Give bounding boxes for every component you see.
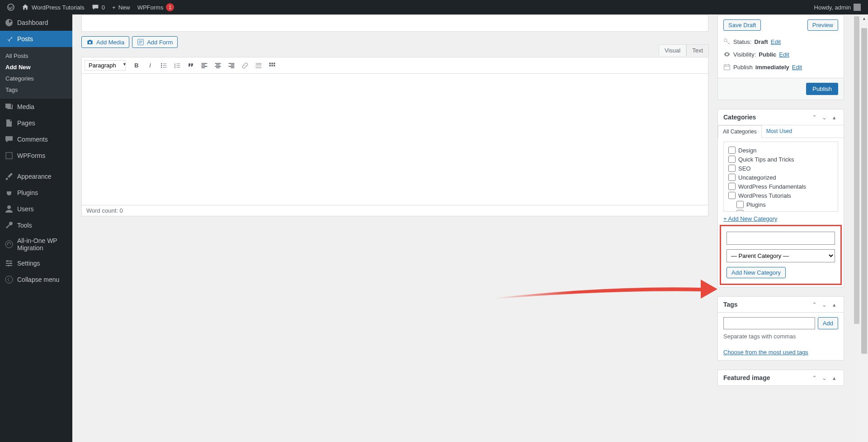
account-link[interactable]: Howdy, admin: [811, 0, 864, 14]
key-icon: [723, 38, 731, 45]
menu-users[interactable]: Users: [0, 201, 72, 217]
align-center-button[interactable]: [212, 59, 224, 72]
category-item[interactable]: WordPress Tutorials: [728, 191, 833, 200]
svg-point-7: [161, 65, 162, 66]
toolbar-toggle-button[interactable]: [266, 59, 278, 72]
page-scrollbar[interactable]: [853, 14, 860, 442]
panel-down-icon[interactable]: ⌄: [820, 374, 828, 382]
menu-pages[interactable]: Pages: [0, 115, 72, 131]
parent-category-select[interactable]: — Parent Category —: [726, 249, 835, 262]
calendar-icon: [723, 63, 731, 71]
wrench-icon: [5, 221, 14, 230]
tab-all-categories[interactable]: All Categories: [718, 125, 762, 138]
comments-link[interactable]: 0: [88, 0, 108, 14]
submenu-tags[interactable]: Tags: [0, 84, 72, 95]
site-name-link[interactable]: WordPress Tutorials: [18, 0, 88, 14]
category-item[interactable]: Design: [728, 146, 833, 155]
submenu-add-new[interactable]: Add New: [0, 62, 72, 73]
eye-icon: [723, 51, 731, 58]
preview-button[interactable]: Preview: [807, 19, 838, 31]
dashboard-icon: [5, 18, 14, 27]
category-item[interactable]: Quick Tips and Tricks: [728, 155, 833, 164]
editor-tab-text[interactable]: Text: [686, 44, 709, 56]
category-item[interactable]: Uncategorized: [728, 173, 833, 182]
category-item[interactable]: WordPress Themes: [728, 209, 833, 212]
content-editor[interactable]: [82, 74, 708, 205]
browser-scrollbar[interactable]: ▲: [860, 14, 868, 442]
panel-up-icon[interactable]: ⌃: [810, 300, 818, 309]
tag-cloud-link[interactable]: Choose from the most used tags: [723, 349, 808, 356]
wpforms-link[interactable]: WPForms1: [134, 0, 178, 14]
scroll-up-icon[interactable]: ▲: [860, 14, 868, 22]
svg-rect-14: [274, 62, 275, 64]
category-item[interactable]: SEO: [728, 164, 833, 173]
panel-up-icon[interactable]: ⌃: [810, 374, 818, 382]
menu-posts[interactable]: Posts: [0, 31, 72, 47]
menu-tools[interactable]: Tools: [0, 217, 72, 233]
italic-button[interactable]: I: [144, 59, 156, 72]
add-media-button[interactable]: Add Media: [81, 36, 129, 48]
link-button[interactable]: [239, 59, 251, 72]
menu-appearance[interactable]: Appearance: [0, 168, 72, 185]
collapse-menu[interactable]: Collapse menu: [0, 271, 72, 288]
avatar: [854, 4, 861, 11]
panel-down-icon[interactable]: ⌄: [820, 113, 828, 121]
add-new-category-button[interactable]: Add New Category: [726, 267, 786, 278]
submenu-categories[interactable]: Categories: [0, 73, 72, 84]
editor-tab-visual[interactable]: Visual: [659, 44, 686, 56]
menu-wpforms[interactable]: WPForms: [0, 147, 72, 164]
add-new-category-toggle[interactable]: + Add New Category: [723, 215, 778, 222]
edit-schedule-link[interactable]: Edit: [792, 64, 802, 71]
save-draft-button[interactable]: Save Draft: [723, 19, 761, 31]
blockquote-button[interactable]: [184, 59, 197, 72]
form-icon: [137, 38, 144, 46]
admin-menu: Dashboard Posts All Posts Add New Catego…: [0, 14, 72, 442]
svg-text:3: 3: [175, 66, 176, 68]
align-right-button[interactable]: [225, 59, 238, 72]
panel-down-icon[interactable]: ⌄: [820, 300, 828, 309]
edit-status-link[interactable]: Edit: [771, 38, 781, 45]
submenu-all-posts[interactable]: All Posts: [0, 50, 72, 62]
add-tag-button[interactable]: Add: [818, 317, 838, 329]
media-icon: [5, 102, 14, 111]
new-tag-input[interactable]: [723, 317, 815, 329]
format-select[interactable]: Paragraph: [85, 60, 126, 71]
panel-toggle-icon[interactable]: ▴: [830, 300, 838, 309]
new-link[interactable]: +New: [108, 0, 134, 14]
panel-toggle-icon[interactable]: ▴: [830, 374, 838, 382]
new-category-name-input[interactable]: [726, 232, 835, 245]
scrollbar-thumb[interactable]: [854, 16, 859, 324]
menu-dashboard[interactable]: Dashboard: [0, 14, 72, 31]
wp-logo[interactable]: [4, 0, 18, 14]
tab-most-used[interactable]: Most Used: [762, 125, 797, 138]
bullet-list-button[interactable]: [157, 59, 170, 72]
svg-point-6: [161, 63, 162, 64]
category-item[interactable]: WordPress Fundamentals: [728, 182, 833, 191]
menu-media[interactable]: Media: [0, 99, 72, 115]
svg-rect-13: [271, 62, 273, 64]
panel-up-icon[interactable]: ⌃: [810, 113, 818, 121]
menu-aio-migration[interactable]: All-in-One WP Migration: [0, 233, 72, 255]
featured-image-panel: Featured image ⌃ ⌄ ▴: [717, 370, 844, 386]
svg-rect-12: [269, 62, 271, 64]
numbered-list-button[interactable]: 123: [171, 59, 184, 72]
menu-comments[interactable]: Comments: [0, 131, 72, 147]
menu-settings[interactable]: Settings: [0, 255, 72, 271]
category-checklist[interactable]: Design Quick Tips and Tricks SEO Uncateg…: [723, 142, 838, 212]
svg-rect-19: [724, 65, 730, 70]
form-icon: [5, 151, 14, 160]
svg-rect-15: [269, 65, 271, 66]
menu-plugins[interactable]: Plugins: [0, 185, 72, 201]
edit-visibility-link[interactable]: Edit: [779, 51, 789, 58]
svg-rect-16: [271, 65, 273, 66]
publish-button[interactable]: Publish: [806, 83, 838, 95]
add-form-button[interactable]: Add Form: [132, 36, 178, 48]
tags-panel: Tags ⌃ ⌄ ▴ Add Sepa: [717, 296, 844, 361]
bold-button[interactable]: B: [130, 59, 143, 72]
post-title-input[interactable]: [81, 14, 708, 32]
scrollbar-thumb[interactable]: [861, 28, 867, 354]
panel-toggle-icon[interactable]: ▴: [830, 113, 838, 121]
read-more-button[interactable]: [252, 59, 265, 72]
category-item[interactable]: Plugins: [728, 200, 833, 209]
align-left-button[interactable]: [198, 59, 211, 72]
